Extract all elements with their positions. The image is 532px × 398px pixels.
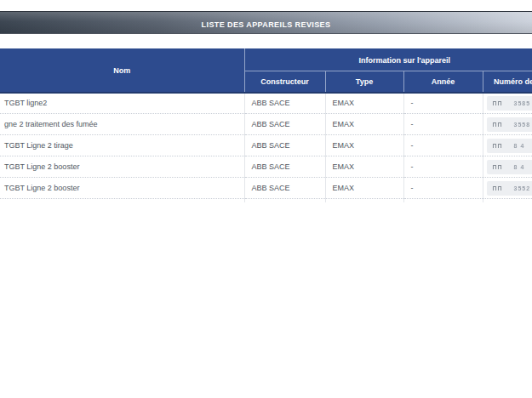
table-body: TGBT ligne2 ABB SACE EMAX - ПП 3585 gne …	[0, 93, 532, 199]
table-row[interactable]: gne 2 traitement des fumée ABB SACE EMAX…	[0, 114, 532, 135]
serial-badge: ПП 3552	[487, 181, 532, 196]
column-header-annee[interactable]: Année	[403, 71, 483, 93]
stub-cell	[0, 199, 244, 202]
column-header-type[interactable]: Type	[325, 71, 403, 93]
serial-obscured-text: ПП	[493, 185, 503, 191]
stub-cell	[244, 199, 325, 202]
cell-type: EMAX	[325, 135, 403, 156]
cell-annee: -	[403, 114, 483, 135]
serial-badge: ПП 3558	[487, 117, 532, 132]
stub-cell	[403, 199, 483, 202]
serial-obscured-text: ПП	[493, 122, 503, 128]
header-group-row: Nom Information sur l'appareil	[0, 49, 532, 71]
cell-constructeur: ABB SACE	[244, 93, 325, 114]
serial-obscured-text: ПП	[493, 164, 503, 170]
page-title: LISTE DES APPAREILS REVISES	[202, 20, 331, 29]
table-row[interactable]: TGBT Ligne 2 booster ABB SACE EMAX - ПП …	[0, 156, 532, 178]
table-row[interactable]: TGBT Ligne 2 booster ABB SACE EMAX - ПП …	[0, 178, 532, 199]
stub-cell	[325, 199, 403, 202]
appareils-table: Nom Information sur l'appareil Construct…	[0, 48, 532, 202]
column-header-nom[interactable]: Nom	[0, 49, 244, 93]
cell-nom: TGBT Ligne 2 tirage	[0, 135, 244, 156]
table-row[interactable]: TGBT ligne2 ABB SACE EMAX - ПП 3585	[0, 93, 532, 114]
title-table-gap	[0, 34, 532, 48]
serial-obscured-text: ПП	[493, 143, 503, 149]
cell-annee: -	[403, 156, 483, 178]
serial-badge: ПП 3585	[487, 96, 532, 111]
cell-numero-serie: ПП 8 4	[483, 135, 532, 156]
column-header-numero-serie[interactable]: Numéro de série	[483, 71, 532, 93]
serial-number-fragment: 3585	[514, 100, 531, 106]
table-viewport: Nom Information sur l'appareil Construct…	[0, 48, 532, 202]
cell-nom: TGBT Ligne 2 booster	[0, 156, 244, 178]
cell-numero-serie: ПП 3558	[483, 114, 532, 135]
table-stub-row	[0, 199, 532, 202]
cell-annee: -	[403, 135, 483, 156]
serial-obscured-text: ПП	[493, 100, 503, 106]
cell-nom: TGBT ligne2	[0, 93, 244, 114]
cell-numero-serie: ПП 3552	[483, 178, 532, 199]
cell-type: EMAX	[325, 178, 403, 199]
table-row[interactable]: TGBT Ligne 2 tirage ABB SACE EMAX - ПП 8…	[0, 135, 532, 156]
top-spacer	[0, 0, 532, 11]
cell-type: EMAX	[325, 114, 403, 135]
cell-type: EMAX	[325, 156, 403, 178]
serial-number-fragment: 8 4	[514, 164, 525, 170]
serial-badge: ПП 8 4	[487, 139, 532, 153]
column-group-header-information: Information sur l'appareil	[244, 49, 532, 71]
cell-numero-serie: ПП 3585	[483, 93, 532, 114]
cell-type: EMAX	[325, 93, 403, 114]
cell-numero-serie: ПП 8 4	[483, 156, 532, 178]
table-header: Nom Information sur l'appareil Construct…	[0, 49, 532, 93]
cell-constructeur: ABB SACE	[244, 178, 325, 199]
stub-cell	[483, 199, 532, 202]
cell-constructeur: ABB SACE	[244, 135, 325, 156]
serial-number-fragment: 8 4	[514, 143, 525, 149]
title-bar: LISTE DES APPAREILS REVISES	[0, 11, 532, 34]
cell-nom: gne 2 traitement des fumée	[0, 114, 244, 135]
serial-number-fragment: 3552	[514, 185, 531, 191]
serial-number-fragment: 3558	[514, 122, 531, 128]
cell-nom: TGBT Ligne 2 booster	[0, 178, 244, 199]
cell-constructeur: ABB SACE	[244, 156, 325, 178]
cell-constructeur: ABB SACE	[244, 114, 325, 135]
column-header-constructeur[interactable]: Constructeur	[244, 71, 325, 93]
page: LISTE DES APPAREILS REVISES Nom Informat…	[0, 0, 532, 398]
cell-annee: -	[403, 178, 483, 199]
cell-annee: -	[403, 93, 483, 114]
serial-badge: ПП 8 4	[487, 160, 532, 174]
